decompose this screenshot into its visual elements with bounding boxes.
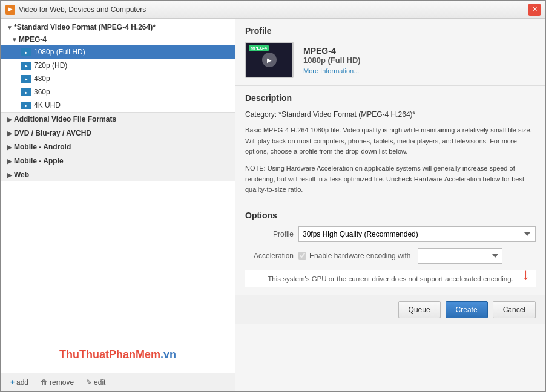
main-window: ▶ Video for Web, Devices and Computers ✕…	[0, 0, 546, 392]
more-info-link[interactable]: More Information...	[303, 67, 361, 74]
bottom-buttons: Queue Create Cancel	[235, 295, 545, 324]
watermark-vn: .vn	[160, 348, 176, 361]
remove-icon: 🗑	[41, 378, 48, 387]
profile-section: Profile MPEG-4 ▶ MPEG-4 1080p (Full HD) …	[235, 19, 545, 86]
tree-item-1080p[interactable]: 1080p (Full HD) ➜	[1, 45, 235, 59]
description-text: Category: *Standard Video Format (MPEG-4…	[245, 109, 536, 195]
edit-label: edit	[94, 378, 105, 387]
category-mobile-android[interactable]: ▶ Mobile - Android	[1, 140, 235, 154]
tree-root[interactable]: ▼ *Standard Video Format (MPEG-4 H.264)*	[1, 21, 235, 33]
cat-expand-icon-1: ▶	[5, 116, 14, 123]
mpeg4-group-label: MPEG-4	[19, 35, 47, 44]
cat-expand-icon-5: ▶	[5, 172, 14, 178]
cat-label-2: DVD / Blu-ray / AVCHD	[14, 129, 91, 137]
accel-type-select[interactable]	[418, 248, 502, 264]
tree-area: ▼ *Standard Video Format (MPEG-4 H.264)*…	[1, 19, 235, 336]
title-bar-left: ▶ Video for Web, Devices and Computers	[5, 5, 146, 15]
video-file-icon-360	[20, 87, 32, 97]
category-web[interactable]: ▶ Web	[1, 168, 235, 181]
category-mobile-apple[interactable]: ▶ Mobile - Apple	[1, 154, 235, 168]
main-content: ▼ *Standard Video Format (MPEG-4 H.264)*…	[1, 19, 545, 391]
profile-name: MPEG-4	[303, 46, 361, 56]
tree-item-4k[interactable]: 4K UHD	[1, 99, 235, 112]
profile-info: MPEG-4 1080p (Full HD) More Information.…	[303, 46, 361, 74]
hardware-encoding-checkbox[interactable]	[298, 252, 306, 260]
tree-item-720p[interactable]: 720p (HD)	[1, 59, 235, 72]
edit-icon: ✎	[86, 378, 92, 387]
item-label-480p: 480p	[34, 74, 50, 83]
left-panel: ▼ *Standard Video Format (MPEG-4 H.264)*…	[1, 19, 235, 391]
title-bar: ▶ Video for Web, Devices and Computers ✕	[1, 1, 545, 19]
profile-select[interactable]: 30fps High Quality (Recommended) 30fps S…	[298, 226, 536, 242]
cat-label-3: Mobile - Android	[14, 143, 71, 151]
arrow-indicator-accel: ↓	[522, 265, 530, 284]
options-title: Options	[245, 211, 536, 220]
edit-button[interactable]: ✎ edit	[84, 377, 108, 388]
video-file-icon-720	[20, 60, 32, 70]
add-icon: +	[10, 378, 15, 387]
gpu-warning-text: This system's GPU or the current driver …	[255, 275, 526, 283]
cat-label-5: Web	[14, 171, 29, 179]
root-expand-icon: ▼	[5, 24, 14, 31]
video-file-icon-4k	[20, 100, 32, 110]
mpeg4-badge: MPEG-4	[249, 45, 269, 51]
profile-thumbnail: MPEG-4 ▶	[245, 42, 294, 78]
hardware-encoding-label: Enable hardware encoding with	[309, 252, 410, 260]
acceleration-option-row: Acceleration Enable hardware encoding wi…	[245, 248, 536, 264]
desc-paragraph-2: NOTE: Using Hardware Acceleration on app…	[245, 163, 536, 195]
tree-group-mpeg4[interactable]: ▼ MPEG-4	[1, 33, 235, 45]
tree-item-360p[interactable]: 360p	[1, 85, 235, 99]
right-panel: Profile MPEG-4 ▶ MPEG-4 1080p (Full HD) …	[235, 19, 545, 391]
checkbox-area: Enable hardware encoding with	[298, 252, 410, 260]
video-file-icon	[20, 47, 32, 57]
remove-button[interactable]: 🗑 remove	[38, 377, 76, 388]
options-section: Options Profile 30fps High Quality (Reco…	[235, 203, 545, 295]
gpu-warning: This system's GPU or the current driver …	[245, 270, 536, 287]
watermark-area: ThuThuatPhanMem.vn	[1, 336, 235, 373]
cat-expand-icon-4: ▶	[5, 158, 14, 165]
description-section: Description Category: *Standard Video Fo…	[235, 86, 545, 203]
tree-root-label: *Standard Video Format (MPEG-4 H.264)*	[14, 23, 156, 31]
category-dvd[interactable]: ▶ DVD / Blu-ray / AVCHD	[1, 126, 235, 140]
desc-paragraph-1: Basic MPEG-4 H.264 1080p file. Video qua…	[245, 125, 536, 157]
profile-box: MPEG-4 ▶ MPEG-4 1080p (Full HD) More Inf…	[245, 42, 536, 78]
app-icon: ▶	[5, 5, 15, 15]
tree-item-480p[interactable]: 480p	[1, 72, 235, 85]
watermark-phan: PhanMem	[109, 348, 160, 361]
add-label: add	[16, 378, 28, 387]
category-additional-video[interactable]: ▶ Additional Video File Formats	[1, 112, 235, 126]
cat-label-1: Additional Video File Formats	[14, 115, 116, 123]
cat-expand-icon-2: ▶	[5, 130, 14, 137]
add-button[interactable]: + add	[8, 377, 31, 388]
close-button[interactable]: ✕	[528, 4, 541, 16]
item-label-720p: 720p (HD)	[34, 61, 67, 70]
accel-option-label: Acceleration	[245, 252, 294, 260]
profile-option-row: Profile 30fps High Quality (Recommended)…	[245, 226, 536, 242]
remove-label: remove	[50, 378, 74, 387]
watermark-thu: ThuThuat	[59, 348, 109, 361]
video-file-icon-480	[20, 74, 32, 83]
cancel-button[interactable]: Cancel	[493, 301, 536, 318]
profile-subtitle: 1080p (Full HD)	[303, 56, 361, 65]
item-label-360p: 360p	[34, 88, 50, 96]
profile-option-label: Profile	[245, 230, 294, 238]
profile-title: Profile	[245, 26, 536, 36]
queue-button[interactable]: Queue	[398, 301, 441, 318]
left-toolbar: + add 🗑 remove ✎ edit	[1, 373, 235, 391]
play-button-icon: ▶	[262, 53, 277, 67]
create-button[interactable]: Create	[446, 301, 488, 318]
description-title: Description	[245, 93, 536, 103]
category-line: Category: *Standard Video Format (MPEG-4…	[245, 109, 536, 120]
item-label-1080p: 1080p (Full HD)	[34, 48, 85, 56]
group-expand-icon: ▼	[10, 36, 19, 43]
window-title: Video for Web, Devices and Computers	[19, 5, 146, 14]
watermark: ThuThuatPhanMem.vn	[59, 348, 176, 361]
item-label-4k: 4K UHD	[34, 101, 61, 109]
cat-label-4: Mobile - Apple	[14, 157, 64, 165]
cat-expand-icon-3: ▶	[5, 144, 14, 151]
